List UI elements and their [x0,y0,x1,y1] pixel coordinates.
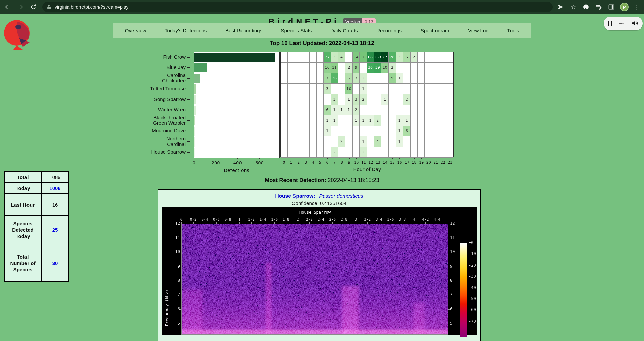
heatmap-cell: 3 [353,94,360,105]
heatmap-cell [302,136,309,147]
heatmap-cell [374,126,381,137]
extensions-button[interactable] [581,2,591,12]
spec-y-tickmark [448,267,450,267]
heatmap-cell: 16 [360,52,367,63]
summary-label: Last Hour [4,194,41,215]
heatmap-cell [360,126,367,137]
profile-button[interactable]: P [619,2,629,12]
hour-tick-label: 12 [367,160,375,165]
heatmap-cell [302,126,309,137]
nav-item-recordings[interactable]: Recordings [376,27,402,33]
spec-x-tickmark [332,222,333,224]
heatmap-cell [425,115,432,126]
heatmap-cell [345,136,353,147]
heatmap-cell [338,84,345,95]
axis-tick-label: 400 [233,160,242,165]
species-label: Blue Jay [113,62,191,73]
heatmap-cell [381,84,389,95]
hour-tick-label: 10 [353,160,360,165]
playlist-button[interactable] [594,2,604,12]
url-bar[interactable]: virginia.birdnetpi.com/?stream=play [42,2,553,12]
heatmap-cell [418,52,425,63]
frequency-axis-label: Frequency (kHz) [165,288,170,328]
heatmap-cell [403,84,410,95]
detection-card: House Sparrow: Passer domesticus Confide… [158,189,481,341]
nav-item-species-stats[interactable]: Species Stats [281,27,312,33]
seek-slider[interactable] [619,23,624,24]
nav-item-overview[interactable]: Overview [125,27,146,33]
axis-tickmark [429,158,429,159]
side-panel-button[interactable] [606,2,616,12]
summary-value-link[interactable]: 30 [41,244,69,282]
audio-player[interactable] [604,17,643,30]
heatmap-cell: 10 [381,63,389,73]
species-label: Mourning Dove [113,126,191,136]
summary-value-link[interactable]: 1006 [41,183,69,194]
db-tick-label: -50 [469,296,476,301]
nav-item-spectrogram[interactable]: Spectrogram [421,27,449,33]
heatmap-cell [310,52,317,63]
heatmap-cell [425,94,432,105]
heatmap-cell: 28 [389,52,396,63]
spec-y-tickmark [448,252,450,252]
summary-value-link[interactable]: 25 [41,215,69,244]
hour-tick-label: 2 [295,160,302,165]
puzzle-icon [583,4,589,10]
heatmap-cell [396,63,403,73]
heatmap-cell [288,84,295,95]
axis-tickmark [306,158,306,159]
lock-icon [47,5,51,10]
menu-dots-icon[interactable]: ⋮ [632,2,642,12]
axis-tickmark [450,158,450,159]
heatmap-cell: 319 [381,52,389,63]
heatmap-cell [345,115,353,126]
pause-button[interactable] [608,21,612,26]
heatmap-cell: 6 [403,52,410,63]
detections-bar [194,106,196,115]
heatmap-cell [317,84,324,95]
forward-button[interactable] [15,2,25,12]
heatmap-cell [425,52,432,63]
heatmap-cell [281,84,288,95]
bar-row [194,63,279,73]
nav-item-tools[interactable]: Tools [507,27,519,33]
summary-row: Last Hour16 [4,194,69,215]
heatmap-cell: 2 [331,147,338,158]
spec-y-tickmark [448,295,450,295]
detections-bar [194,116,195,125]
nav-item-best-recordings[interactable]: Best Recordings [225,27,262,33]
heatmap-cell [338,73,345,84]
heatmap-cell [432,105,439,116]
reload-icon [30,4,37,10]
species-scientific-name-link[interactable]: Passer domesticus [319,193,363,199]
heatmap-cell: 1 [367,115,374,126]
heatmap-cell [310,94,317,105]
volume-icon[interactable] [631,20,638,27]
heatmap-cell: 1 [345,94,353,105]
nav-item-view-log[interactable]: View Log [468,27,488,33]
spec-x-tickmark [228,222,228,224]
heatmap-cell [411,136,418,147]
heatmap-cell [389,147,396,158]
species-common-name-link[interactable]: House Sparrow: [275,193,315,199]
nav-item-daily-charts[interactable]: Daily Charts [330,27,358,33]
reload-button[interactable] [28,2,38,12]
forward-arrow-icon [17,3,24,11]
heatmap-cell [389,115,396,126]
hour-tick-label: 19 [418,160,425,165]
back-button[interactable] [3,2,13,12]
hour-tick-label: 21 [432,160,439,165]
send-icon [557,4,564,10]
heatmap-cell [439,63,446,73]
heatmap-cell [439,94,446,105]
nav-item-today-s-detections[interactable]: Today's Detections [165,27,207,33]
hour-tick-label: 8 [338,160,345,165]
spec-y-tickmark [448,281,450,281]
bookmark-star-icon[interactable]: ☆ [568,2,578,12]
heatmap-cell [418,105,425,116]
bar-row [194,105,279,116]
heatmap-cell: 2 [360,147,367,158]
send-button[interactable] [555,2,566,12]
heatmap-cell [310,73,317,84]
side-panel-icon [608,4,615,10]
